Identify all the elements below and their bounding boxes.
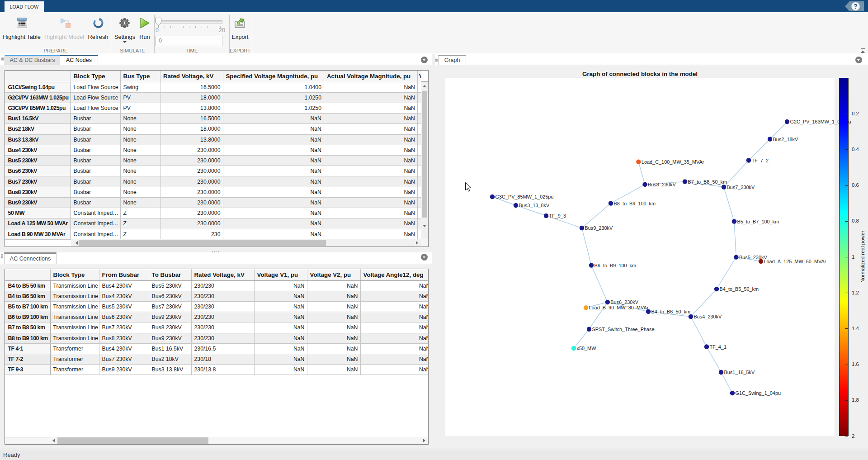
svg-text:Bus2_18kV: Bus2_18kV — [773, 137, 798, 142]
svg-text:Bus8_230kV: Bus8_230kV — [648, 182, 676, 187]
svg-text:B4_to_B6_50_km: B4_to_B6_50_km — [651, 309, 691, 314]
svg-text:SPST_Switch_Three_Phase: SPST_Switch_Three_Phase — [592, 327, 655, 332]
svg-text:G3C_PV_85MW_1_025pu: G3C_PV_85MW_1_025pu — [495, 194, 554, 199]
svg-text:B4_to_B5_50_km: B4_to_B5_50_km — [720, 286, 759, 292]
svg-text:B5_to_B7_100_km: B5_to_B7_100_km — [737, 219, 779, 224]
svg-text:B8_to_B9_100_km: B8_to_B9_100_km — [614, 201, 656, 206]
svg-text:Load_B_90_MW_30_MVAr: Load_B_90_MW_30_MVAr — [589, 305, 649, 310]
svg-text:B6_to_B9_100_km: B6_to_B9_100_km — [594, 263, 637, 268]
svg-text:Bus4_230kV: Bus4_230kV — [694, 314, 722, 319]
svg-text:Bus3_13_8kV: Bus3_13_8kV — [519, 203, 550, 208]
svg-text:Load_A_125_MW_50_MVAr: Load_A_125_MW_50_MVAr — [764, 259, 826, 264]
svg-text:TF_9_3: TF_9_3 — [549, 213, 566, 218]
svg-text:TF_7_2: TF_7_2 — [752, 158, 769, 163]
svg-text:Bus5_230kV: Bus5_230kV — [739, 255, 767, 260]
svg-text:TF_4_1: TF_4_1 — [710, 344, 727, 350]
svg-text:Bus6_230kV: Bus6_230kV — [610, 299, 638, 305]
svg-text:B7_to_B8_50_km: B7_to_B8_50_km — [688, 179, 727, 185]
svg-text:x50_MW: x50_MW — [577, 346, 597, 351]
svg-text:Bus7_230kV: Bus7_230kV — [727, 185, 755, 190]
svg-text:G1C_Swing_1_04pu: G1C_Swing_1_04pu — [736, 390, 781, 396]
svg-text:Load_C_100_MW_35_MVAr: Load_C_100_MW_35_MVAr — [642, 159, 704, 165]
svg-text:Bus9_230kV: Bus9_230kV — [585, 225, 613, 231]
svg-text:?: ? — [854, 3, 858, 10]
svg-text:Bus1_16_5kV: Bus1_16_5kV — [724, 370, 755, 375]
